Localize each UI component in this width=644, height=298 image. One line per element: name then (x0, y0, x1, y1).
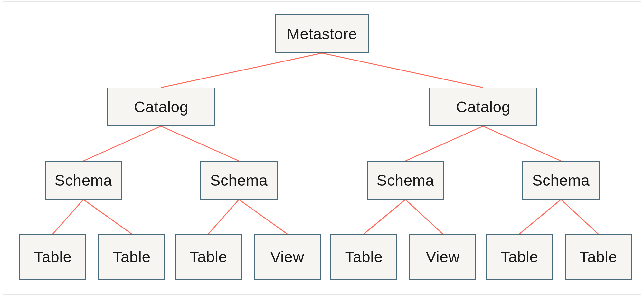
node-metastore: Metastore (275, 14, 369, 53)
node-label: Table (345, 248, 383, 266)
node-label: Table (189, 248, 227, 266)
node-label: Schema (210, 172, 268, 189)
node-label: Catalog (456, 98, 510, 116)
node-schema-2: Schema (200, 161, 278, 200)
node-leaf-5: Table (330, 234, 397, 280)
node-label: Schema (376, 172, 434, 189)
node-leaf-6: View (409, 234, 476, 280)
node-label: Table (500, 248, 538, 266)
node-label: View (270, 248, 304, 266)
node-schema-4: Schema (522, 161, 600, 200)
node-catalog-2: Catalog (429, 88, 537, 126)
node-leaf-8: Table (565, 234, 632, 280)
node-label: Metastore (287, 25, 357, 43)
node-catalog-1: Catalog (107, 88, 215, 126)
node-leaf-3: Table (175, 234, 242, 280)
node-label: Schema (532, 172, 590, 189)
node-leaf-7: Table (486, 234, 553, 280)
node-label: Table (113, 248, 150, 266)
node-label: Catalog (134, 98, 188, 116)
node-label: Schema (54, 172, 112, 189)
node-label: Table (34, 248, 71, 266)
node-leaf-1: Table (19, 234, 86, 280)
node-leaf-2: Table (98, 234, 165, 280)
node-label: Table (579, 248, 617, 266)
node-label: View (426, 248, 459, 266)
node-schema-3: Schema (367, 161, 444, 200)
node-leaf-4: View (254, 234, 321, 280)
node-schema-1: Schema (45, 161, 122, 200)
